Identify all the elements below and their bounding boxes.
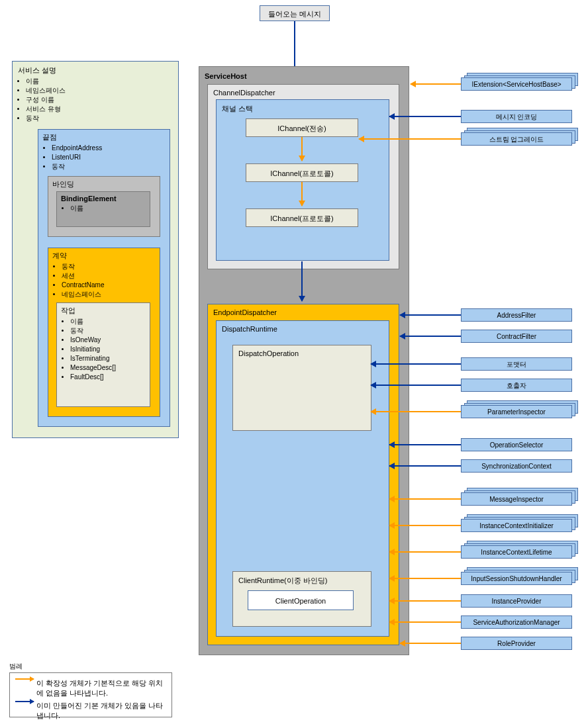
arrow-msg-encoding bbox=[389, 116, 461, 117]
operation-list: 이름 동작 IsOneWay IsInitiating IsTerminatin… bbox=[70, 317, 146, 382]
legend-box: 이 확장성 개체가 기본적으로 해당 위치에 없음을 나타냅니다. 이미 만들어… bbox=[9, 672, 172, 717]
ext-instance-provider: InstanceProvider bbox=[461, 594, 572, 608]
ichannel-protocol-1-label: IChannel(프로토콜) bbox=[270, 169, 333, 177]
arrow-orange-icon bbox=[15, 678, 34, 680]
endpoint-box: 끝점 EndpointAddress ListenURI 동작 바인딩 Bind… bbox=[38, 129, 170, 427]
ext-invoker-label: 호출자 bbox=[507, 382, 526, 389]
ext-msg-encoding-label: 메시지 인코딩 bbox=[496, 113, 538, 120]
ext-stream-upgrade-label: 스트림 업그레이드 bbox=[489, 136, 544, 143]
client-runtime-box: ClientRuntime(이중 바인딩) ClientOperation bbox=[232, 571, 371, 627]
ichannel-protocol-2: IChannel(프로토콜) bbox=[246, 208, 358, 227]
operation-box: 작업 이름 동작 IsOneWay IsInitiating IsTermina… bbox=[56, 302, 150, 407]
ext-iextension-label: IExtension<ServiceHostBase> bbox=[471, 81, 561, 88]
contract-item: ContractName bbox=[62, 281, 156, 290]
arrow-cs-1 bbox=[301, 137, 303, 161]
ext-formatter-label: 포맷터 bbox=[507, 361, 526, 368]
ext-instance-provider-label: InstanceProvider bbox=[491, 598, 541, 605]
legend-orange-text: 이 확장성 개체가 기본적으로 해당 위치에 없음을 나타냅니다. bbox=[36, 678, 166, 698]
ext-sync-context-label: SynchronizationContext bbox=[481, 463, 552, 470]
binding-box: 바인딩 BindingElement 이름 bbox=[48, 176, 160, 237]
ext-contract-filter-label: ContractFilter bbox=[497, 333, 536, 340]
ext-ictx-lifetime-label: InstanceContextLifetime bbox=[481, 549, 552, 556]
ext-contract-filter: ContractFilter bbox=[461, 330, 572, 343]
dispatch-operation-title: DispatchOperation bbox=[238, 349, 366, 357]
arrow-instance-provider bbox=[389, 600, 461, 602]
arrow-invoker bbox=[371, 385, 461, 386]
client-runtime-title: ClientRuntime(이중 바인딩) bbox=[238, 576, 366, 586]
ext-invoker: 호출자 bbox=[461, 379, 572, 392]
arrow-iextension bbox=[411, 83, 461, 85]
contract-item: 네임스페이스 bbox=[62, 290, 156, 299]
sd-item: 서비스 유형 bbox=[26, 105, 174, 114]
ext-role-provider: RoleProvider bbox=[461, 637, 572, 650]
ext-sync-context: SynchronizationContext bbox=[461, 459, 572, 473]
endpoint-title: 끝점 bbox=[42, 132, 166, 142]
service-description-box: 서비스 설명 이름 네임스페이스 구성 이름 서비스 유형 동작 끝점 Endp… bbox=[12, 61, 179, 438]
ext-svc-authz: ServiceAuthorizationManager bbox=[461, 615, 572, 629]
dispatch-operation-box: DispatchOperation bbox=[232, 345, 371, 431]
op-item: 동작 bbox=[70, 326, 146, 336]
contract-list: 동작 세션 ContractName 네임스페이스 bbox=[62, 262, 156, 299]
ichannel-protocol-1: IChannel(프로토콜) bbox=[246, 163, 358, 182]
arrow-msg-inspector bbox=[389, 498, 461, 500]
arrow-param-inspector bbox=[371, 411, 461, 412]
ext-op-selector: OperationSelector bbox=[461, 438, 572, 451]
op-item: IsInitiating bbox=[70, 345, 146, 354]
ext-param-inspector-label: ParameterInspector bbox=[487, 408, 546, 416]
op-item: MessageDesc[] bbox=[70, 363, 146, 373]
binding-element-item: 이름 bbox=[70, 204, 146, 213]
contract-title: 계약 bbox=[52, 251, 156, 261]
channel-dispatcher-box: ChannelDispatcher 채널 스택 IChannel(전송) ICh… bbox=[207, 84, 399, 269]
endpoint-dispatcher-title: EndpointDispatcher bbox=[213, 308, 393, 316]
client-operation-box: ClientOperation bbox=[248, 590, 354, 610]
sd-item: 동작 bbox=[26, 114, 174, 123]
sd-item: 네임스페이스 bbox=[26, 86, 174, 95]
contract-box: 계약 동작 세션 ContractName 네임스페이스 작업 이름 동작 Is… bbox=[48, 248, 160, 417]
ichannel-protocol-2-label: IChannel(프로토콜) bbox=[270, 214, 333, 222]
arrow-address-filter bbox=[400, 314, 461, 316]
endpoint-dispatcher-box: EndpointDispatcher DispatchRuntime Dispa… bbox=[207, 304, 399, 645]
dispatch-runtime-title: DispatchRuntime bbox=[222, 325, 383, 333]
ext-msg-inspector: MessageInspector bbox=[461, 492, 572, 506]
binding-element-list: 이름 bbox=[70, 204, 146, 213]
ichannel-transport-label: IChannel(전송) bbox=[277, 124, 326, 132]
endpoint-item: 동작 bbox=[52, 162, 166, 171]
arrow-contract-filter bbox=[400, 336, 461, 337]
arrow-input-shutdown bbox=[389, 578, 461, 579]
sd-item: 이름 bbox=[26, 77, 174, 86]
ext-role-provider-label: RoleProvider bbox=[497, 640, 536, 647]
channel-dispatcher-title: ChannelDispatcher bbox=[213, 89, 393, 97]
ext-formatter: 포맷터 bbox=[461, 357, 572, 371]
endpoint-item: EndpointAddress bbox=[52, 144, 166, 153]
legend-row-orange: 이 확장성 개체가 기본적으로 해당 위치에 없음을 나타냅니다. bbox=[15, 678, 166, 698]
arrow-blue-icon bbox=[15, 701, 34, 702]
arrow-ictx-lifetime bbox=[389, 551, 461, 553]
binding-element-box: BindingElement 이름 bbox=[56, 191, 150, 227]
ext-iextension: IExtension<ServiceHostBase> bbox=[461, 77, 572, 91]
arrow-op-selector bbox=[389, 444, 461, 445]
endpoint-item: ListenURI bbox=[52, 153, 166, 162]
channel-stack-box: 채널 스택 IChannel(전송) IChannel(프로토콜) IChann… bbox=[216, 99, 389, 261]
legend-title: 범례 bbox=[9, 662, 23, 671]
arrow-formatter bbox=[371, 363, 461, 365]
arrow-to-endpointdispatcher bbox=[301, 261, 303, 301]
servicehost-box: ServiceHost ChannelDispatcher 채널 스택 ICha… bbox=[199, 66, 409, 655]
servicehost-title: ServiceHost bbox=[205, 72, 403, 80]
incoming-message-box: 들어오는 메시지 bbox=[260, 5, 330, 21]
ext-op-selector-label: OperationSelector bbox=[490, 441, 544, 449]
ext-address-filter-label: AddressFilter bbox=[497, 312, 536, 319]
ext-ictx-initializer-label: InstanceContextInitializer bbox=[479, 522, 554, 529]
dispatch-runtime-box: DispatchRuntime DispatchOperation Client… bbox=[216, 320, 389, 637]
op-item: 이름 bbox=[70, 317, 146, 326]
ichannel-transport: IChannel(전송) bbox=[246, 118, 358, 137]
arrow-sync-context bbox=[389, 465, 461, 467]
legend-row-blue: 이미 만들어진 기본 개체가 있음을 나타냅니다. bbox=[15, 701, 166, 721]
ext-input-shutdown-label: InputSessionShutdownHandler bbox=[471, 575, 562, 582]
ext-ictx-lifetime: InstanceContextLifetime bbox=[461, 545, 572, 559]
sd-item: 구성 이름 bbox=[26, 95, 174, 105]
ext-msg-inspector-label: MessageInspector bbox=[489, 496, 544, 503]
arrow-cs-2 bbox=[301, 182, 303, 206]
ext-param-inspector: ParameterInspector bbox=[461, 405, 572, 418]
channel-stack-title: 채널 스택 bbox=[222, 104, 383, 114]
arrow-svc-authz bbox=[389, 621, 461, 623]
